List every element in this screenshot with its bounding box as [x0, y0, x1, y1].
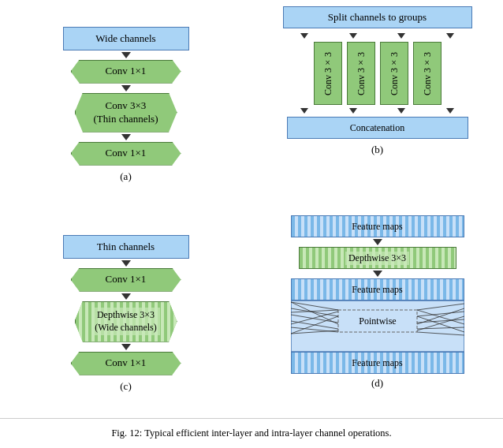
- caption-row: Fig. 12: Typical efficient inter-layer a…: [0, 418, 503, 448]
- qb-arr1: [349, 33, 357, 39]
- qb-arr-bot2: [397, 108, 405, 114]
- qa-arrow-2: [121, 85, 131, 91]
- qb-conv-columns: Conv 3×3 Conv 3×3 Conv 3×3 Conv 3×3: [314, 42, 442, 105]
- quadrant-b: Split channels to groups Conv 3×3 Conv 3…: [251, 0, 503, 209]
- quadrant-d: Feature maps Depthwise 3×3 Feature maps: [251, 209, 503, 418]
- qb-bot-arrows: [283, 106, 472, 115]
- qb-col-1: Conv 3×3: [347, 42, 375, 105]
- qc-arrow-2: [121, 293, 131, 300]
- qb-concat: Concatenation: [287, 117, 468, 139]
- qc-conv1x1-bot: Conv 1×1: [71, 352, 181, 375]
- qb-conv1: Conv 3×3: [347, 42, 375, 105]
- qb-arr-bot0: [300, 108, 308, 114]
- qc-arrow-1: [121, 260, 131, 267]
- qb-arr3: [446, 33, 454, 39]
- qd-arrow-2: [373, 271, 382, 277]
- qb-col-2: Conv 3×3: [380, 42, 408, 105]
- qa-conv3x3: Conv 3×3(Thin channels): [75, 93, 177, 133]
- qd-flow: Feature maps Depthwise 3×3 Feature maps: [271, 215, 484, 374]
- quadrant-a: Wide channels Conv 1×1 Conv 3×3(Thin cha…: [0, 0, 251, 209]
- qb-arr-bot3: [446, 108, 454, 114]
- qa-wide-channels: Wide channels: [63, 27, 189, 50]
- qa-label: (a): [120, 170, 131, 183]
- qa-conv1x1-bot: Conv 1×1: [71, 142, 181, 166]
- qd-fm1: Feature maps: [291, 215, 464, 237]
- qb-label: (b): [371, 144, 383, 156]
- qc-depthwise: Depthwise 3×3(Wide channels): [75, 301, 177, 342]
- quadrant-c: Thin channels Conv 1×1 Depthwise 3×3(Wid…: [0, 209, 251, 418]
- qb-arr0: [300, 33, 308, 39]
- qd-pw-container: Pointwise: [291, 301, 464, 352]
- qc-label: (c): [120, 380, 131, 393]
- qd-dw: Depthwise 3×3: [299, 247, 456, 269]
- diagram-grid: Wide channels Conv 1×1 Conv 3×3(Thin cha…: [0, 0, 503, 418]
- qb-conv3: Conv 3×3: [413, 42, 442, 105]
- qb-top-arrows: [283, 32, 472, 40]
- qb-col-0: Conv 3×3: [314, 42, 342, 105]
- qb-col-3: Conv 3×3: [413, 42, 442, 105]
- qc-conv1x1-top: Conv 1×1: [71, 268, 181, 292]
- qb-arr2: [397, 33, 405, 39]
- qc-arrow-3: [121, 344, 131, 350]
- qa-arrow-3: [121, 134, 131, 140]
- qd-pw-svg: Pointwise: [291, 301, 464, 352]
- qb-conv2: Conv 3×3: [380, 42, 408, 105]
- qd-fm2: Feature maps: [291, 278, 464, 301]
- qd-fm3: Feature maps: [291, 352, 464, 374]
- qb-arr-bot1: [349, 108, 357, 114]
- svg-text:Pointwise: Pointwise: [359, 315, 396, 327]
- qc-thin-channels: Thin channels: [63, 235, 189, 259]
- qa-conv1x1-top: Conv 1×1: [71, 60, 181, 84]
- qb-conv0: Conv 3×3: [314, 42, 342, 105]
- qd-label: (d): [371, 377, 383, 390]
- qd-arrow-1: [373, 239, 382, 245]
- qa-arrow-1: [121, 52, 131, 58]
- qb-title: Split channels to groups: [283, 6, 472, 28]
- figure-caption: Fig. 12: Typical efficient inter-layer a…: [103, 427, 399, 439]
